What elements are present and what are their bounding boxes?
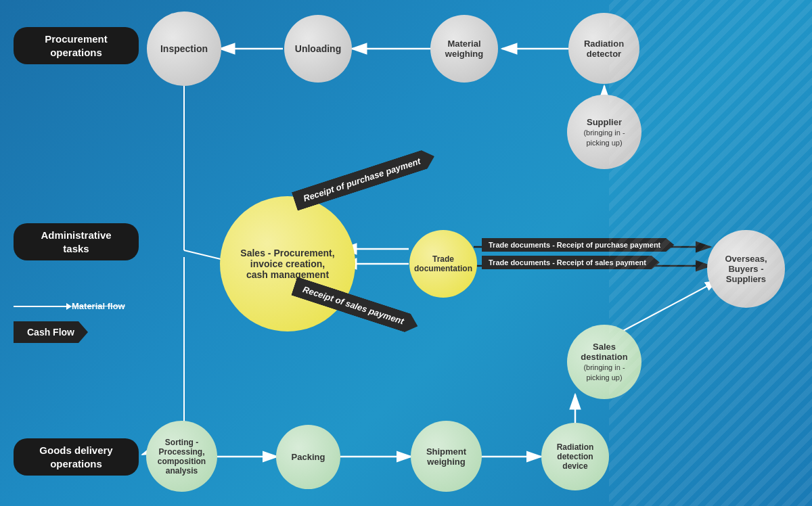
sales-procurement-node: Sales - Procurement,invoice creation,cas…	[220, 196, 355, 331]
cash-flow-label: Cash Flow	[14, 321, 88, 343]
trade-documentation-text: Tradedocumentation	[414, 254, 472, 273]
material-weighing-text: Material weighing	[430, 39, 498, 59]
unloading-node: Unloading	[284, 15, 352, 83]
sorting-text: Sorting -Processing,compositionanalysis	[158, 438, 206, 476]
material-flow-label: Material flow	[72, 301, 125, 311]
radiation-detector-top-text: Radiation detector	[568, 39, 639, 59]
goods-delivery-label-text: Goods deliveryoperations	[39, 444, 112, 469]
overseas-buyers-node: Overseas,Buyers -Suppliers	[707, 230, 785, 308]
sales-destination-node: Salesdestination(bringing in -picking up…	[567, 325, 641, 399]
svg-line-15	[609, 281, 717, 338]
procurement-label: Procurement operations	[14, 27, 139, 64]
sorting-node: Sorting -Processing,compositionanalysis	[146, 421, 217, 492]
administrative-label-text: Administrativetasks	[41, 229, 111, 254]
supplier-node: Supplier(bringing in -picking up)	[567, 95, 641, 169]
supplier-text: Supplier(bringing in -picking up)	[583, 117, 625, 147]
trade-documentation-node: Tradedocumentation	[409, 230, 477, 298]
inspection-node: Inspection	[147, 12, 221, 86]
unloading-text: Unloading	[295, 43, 341, 54]
goods-delivery-label: Goods deliveryoperations	[14, 438, 139, 476]
overseas-buyers-text: Overseas,Buyers -Suppliers	[725, 254, 767, 284]
administrative-label: Administrativetasks	[14, 223, 139, 260]
trade-doc-sales-label: Trade documents - Receipt of sales payme…	[482, 256, 660, 269]
sales-procurement-text: Sales - Procurement,invoice creation,cas…	[240, 248, 334, 280]
sales-destination-text: Salesdestination(bringing in -picking up…	[581, 342, 627, 382]
radiation-detection-device-text: Radiationdetectiondevice	[557, 442, 594, 471]
radiation-detection-device-node: Radiationdetectiondevice	[541, 423, 609, 490]
inspection-text: Inspection	[160, 43, 208, 54]
radiation-detector-top-node: Radiation detector	[568, 13, 639, 84]
packing-text: Packing	[292, 452, 325, 462]
trade-doc-purchase-label: Trade documents - Receipt of purchase pa…	[482, 238, 674, 252]
packing-node: Packing	[276, 425, 340, 489]
material-weighing-node: Material weighing	[430, 15, 498, 83]
shipment-weighing-text: Shipmentweighing	[426, 446, 466, 467]
shipment-weighing-node: Shipmentweighing	[411, 421, 482, 492]
receipt-purchase-payment-arrow: Receipt of purchase payment	[292, 147, 438, 211]
